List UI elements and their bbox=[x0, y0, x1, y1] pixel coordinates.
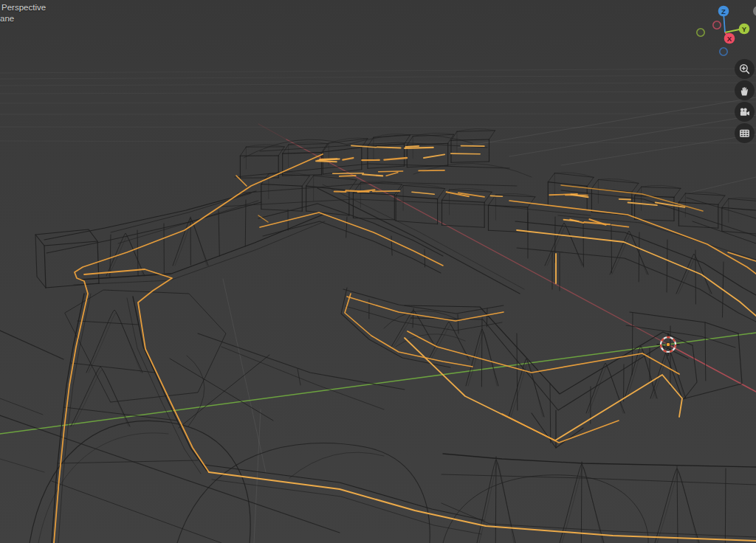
cursor-center-dot bbox=[666, 342, 670, 347]
gizmo-y-label: Y bbox=[742, 25, 747, 33]
camera-icon bbox=[738, 106, 751, 118]
hand-icon bbox=[738, 84, 751, 97]
toggle-projection-button[interactable] bbox=[735, 123, 755, 143]
zoom-button[interactable] bbox=[735, 59, 755, 79]
grid-icon bbox=[738, 127, 751, 139]
gizmo-x-negative-ball[interactable] bbox=[713, 21, 721, 29]
selected-edges[interactable] bbox=[54, 145, 756, 543]
wireframe-scene bbox=[0, 0, 756, 543]
navigation-gizmo[interactable]: Z Y X bbox=[690, 0, 756, 66]
camera-view-button[interactable] bbox=[735, 102, 755, 122]
pan-view-button[interactable] bbox=[735, 80, 755, 100]
magnifier-plus-icon bbox=[738, 63, 751, 75]
gizmo-z-label: Z bbox=[721, 7, 726, 15]
gizmo-z-negative-ball[interactable] bbox=[720, 48, 727, 55]
gizmo-y-negative-ball[interactable] bbox=[697, 29, 704, 36]
blender-3d-viewport[interactable]: Perspective ane Z Y X bbox=[0, 0, 756, 543]
gizmo-x-label: X bbox=[727, 35, 732, 43]
